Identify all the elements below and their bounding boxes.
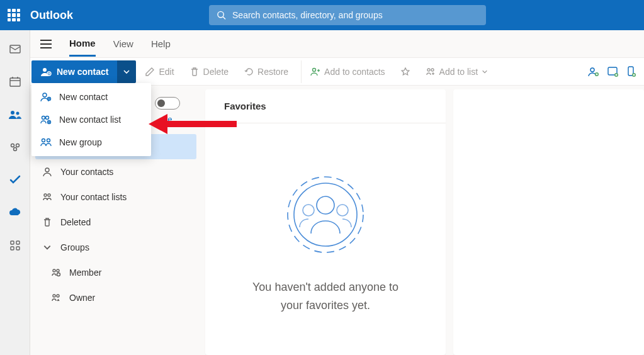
svg-point-0 <box>218 11 223 17</box>
search-icon <box>217 10 226 20</box>
top-bar: Outlook <box>0 0 644 30</box>
search-box[interactable] <box>209 5 486 25</box>
app-launcher-icon[interactable] <box>8 9 20 21</box>
svg-line-1 <box>223 17 225 20</box>
brand-label: Outlook <box>30 9 73 22</box>
search-input[interactable] <box>232 10 478 20</box>
